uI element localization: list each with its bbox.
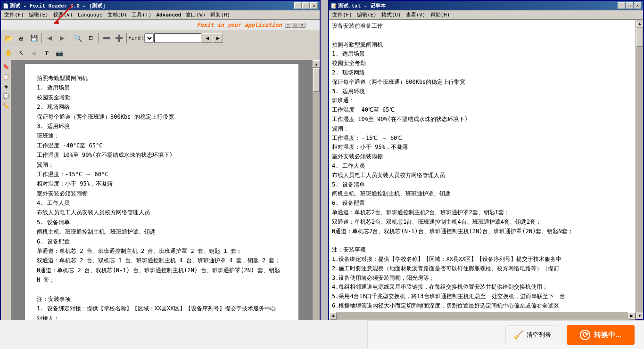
pdf-maximize-btn[interactable]: □	[302, 2, 310, 9]
notepad-hscroll-track[interactable]	[337, 312, 628, 320]
banner-close-btn[interactable]: ✕	[299, 22, 305, 28]
pdf-doc-scroll[interactable]: 拍照考勤型翼闸闸机1. 适用场景校园安全考勤2. 现场网络保证每个通道（两个班班…	[11, 60, 312, 328]
notepad-title-text: 测试.txt - 记事本	[338, 2, 386, 9]
toolbar-snapshot-btn[interactable]: 📷	[53, 48, 66, 59]
notepad-menu-format[interactable]: 格式(O)	[379, 10, 404, 19]
notepad-scroll-track[interactable]	[636, 27, 643, 312]
notepad-minimize-btn[interactable]: ─	[618, 2, 625, 9]
pdf-menu-advanced[interactable]: Advanced	[154, 11, 183, 19]
pdf-app-icon: 📄	[3, 3, 8, 8]
notepad-app-icon: 📝	[331, 3, 337, 8]
toolbar-save-btn[interactable]: 💾	[28, 32, 40, 44]
clean-label: 清空列表	[527, 331, 551, 339]
pdf-scroll-up[interactable]: ▲	[313, 60, 320, 68]
pdf-menu-edit[interactable]: 编辑(E)	[26, 10, 51, 19]
notepad-hscroll-left[interactable]: ◀	[329, 312, 337, 320]
notepad-scroll-up[interactable]: ▲	[636, 20, 643, 27]
pdf-scroll-thumb[interactable]	[313, 68, 320, 92]
find-prev-btn[interactable]: ◀	[202, 33, 212, 43]
clean-icon: 🧹	[513, 330, 524, 340]
pdf-menu-language[interactable]: Language	[75, 11, 105, 19]
pdf-title-text: 测试 - Foxit Reader 3.0 - [测试]	[10, 2, 106, 9]
toolbar-hand-btn[interactable]: ✋	[2, 48, 15, 59]
pdf-scroll-track[interactable]	[313, 68, 320, 320]
notepad-title-buttons: ─ □ ✕	[618, 2, 641, 9]
banner-close-buttons: ─ □ ✕	[285, 22, 305, 28]
find-combo[interactable]	[144, 33, 154, 43]
notepad-text-area[interactable]: 设备安装前准备工作 拍照考勤型翼闸闸机 1. 适用场景 校园安全考勤 2. 现场…	[329, 20, 636, 319]
notepad-title-left: 📝 测试.txt - 记事本	[331, 2, 386, 9]
pdf-menu-help[interactable]: 帮助(H)	[208, 10, 232, 19]
toolbar-forward-btn[interactable]: ▶	[56, 32, 68, 44]
notepad-maximize-btn[interactable]: □	[626, 2, 633, 9]
convert-btn[interactable]: ⟳ 转换中...	[567, 325, 635, 345]
foxit-banner: Foxit in your application	[197, 22, 282, 28]
notepad-close-btn[interactable]: ✕	[634, 2, 641, 9]
notepad-menu-help[interactable]: 帮助(H)	[428, 10, 453, 19]
panel-sign-btn[interactable]: ✏️	[2, 102, 10, 110]
notepad-window: 📝 测试.txt - 记事本 ─ □ ✕ 文件(F) 编辑(E) 格式(O) 查…	[328, 0, 644, 320]
pdf-title-buttons: ─ □ ✕	[294, 2, 318, 9]
toolbar-open-btn[interactable]: 📂	[2, 32, 15, 44]
pdf-left-panel: 🔖 📋 ◈ 💬 ✏️	[1, 60, 11, 328]
find-label: Find:	[128, 35, 144, 41]
panel-annot-btn[interactable]: 💬	[2, 92, 10, 100]
pdf-title-left: 📄 测试 - Foxit Reader 3.0 - [测试]	[3, 2, 106, 9]
notepad-menu-view[interactable]: 查看(V)	[404, 10, 428, 19]
notepad-title-bar: 📝 测试.txt - 记事本 ─ □ ✕	[329, 1, 643, 10]
toolbar-sep-1	[41, 33, 42, 43]
pdf-menu-bar: 文件(F) 编辑(E) 视图(V) Language 文档(D) 工具(T) A…	[1, 10, 320, 20]
pdf-content-area: 🔖 📋 ◈ 💬 ✏️ 拍照考勤型翼闸闸机1. 适用场景校园安全考勤2. 现场网络…	[1, 60, 320, 328]
notepad-hscrollbar: ◀ ▶	[329, 312, 636, 319]
toolbar-zoom-out-btn[interactable]: ➖	[100, 32, 112, 44]
pdf-minimize-btn[interactable]: ─	[294, 2, 302, 9]
pdf-title-bar: 📄 测试 - Foxit Reader 3.0 - [测试] ─ □ ✕	[1, 1, 320, 10]
toolbar-cursor-btn[interactable]: ⊹	[28, 48, 40, 59]
toolbar-sep-2	[70, 33, 70, 43]
notepad-scroll-thumb[interactable]	[636, 28, 643, 47]
banner-min-btn[interactable]: ─	[285, 22, 291, 28]
notepad-scrollbar: ▲ ▼	[636, 20, 643, 319]
pdf-window: 📄 测试 - Foxit Reader 3.0 - [测试] ─ □ ✕ 文件(…	[0, 0, 321, 339]
pdf-foxit-banner-bar: Foxit in your application ─ □ ✕	[1, 20, 320, 30]
find-next-btn[interactable]: ▶	[213, 33, 223, 43]
clean-list-btn[interactable]: 🧹 清空列表	[505, 325, 559, 344]
pdf-scrollbar: ▲ ▼	[312, 60, 320, 328]
notepad-scroll-down[interactable]: ▼	[636, 312, 643, 319]
panel-thumb-btn[interactable]: 📋	[2, 72, 10, 81]
pdf-toolbar-2: ✋ ↖ ⊹ T 📷	[1, 46, 320, 60]
pdf-menu-file[interactable]: 文件(F)	[2, 10, 26, 19]
notepad-menu-file[interactable]: 文件(F)	[330, 10, 355, 19]
notepad-content-area: 设备安装前准备工作 拍照考勤型翼闸闸机 1. 适用场景 校园安全考勤 2. 现场…	[329, 20, 643, 319]
pdf-menu-window[interactable]: 窗口(W)	[183, 10, 208, 19]
toolbar-fit-btn[interactable]: ⊡	[84, 32, 97, 44]
pdf-content: 拍照考勤型翼闸闸机1. 适用场景校园安全考勤2. 现场网络保证每个通道（两个班班…	[37, 73, 287, 328]
pdf-menu-view[interactable]: 视图(V)	[51, 10, 75, 19]
notepad-menu-bar: 文件(F) 编辑(E) 格式(O) 查看(V) 帮助(H)	[329, 10, 643, 20]
banner-max-btn[interactable]: □	[292, 22, 298, 28]
toolbar-sep-3	[98, 33, 99, 43]
thumbnail-area	[0, 320, 368, 349]
toolbar-select-btn[interactable]: ↖	[15, 48, 27, 59]
toolbar-print-btn[interactable]: 🖨	[15, 32, 27, 44]
pdf-menu-document[interactable]: 文档(D)	[105, 10, 130, 19]
toolbar-textsel-btn[interactable]: T	[41, 48, 53, 59]
toolbar-back-btn[interactable]: ◀	[43, 32, 56, 44]
notepad-menu-edit[interactable]: 编辑(E)	[355, 10, 379, 19]
convert-icon: ⟳	[580, 330, 590, 340]
pdf-toolbar-1: 📂 🖨 💾 ◀ ▶ 🔍 ⊡ ➖ ➕ Find: ◀ ▶	[1, 30, 320, 46]
toolbar-zoom-in2-btn[interactable]: ➕	[113, 32, 125, 44]
panel-bookmark-btn[interactable]: 🔖	[2, 62, 10, 71]
notepad-hscroll-right[interactable]: ▶	[628, 312, 636, 320]
bottom-bar: 🧹 清空列表 ⟳ 转换中...	[0, 320, 644, 349]
find-input[interactable]	[154, 33, 201, 43]
convert-label: 转换中...	[594, 331, 621, 340]
toolbar-sep-4	[126, 33, 127, 43]
toolbar-zoom-in-btn[interactable]: 🔍	[72, 32, 84, 44]
pdf-menu-tools[interactable]: 工具(T)	[129, 10, 154, 19]
pdf-page: 拍照考勤型翼闸闸机1. 适用场景校园安全考勤2. 现场网络保证每个通道（两个班班…	[25, 64, 298, 328]
pdf-close-btn[interactable]: ✕	[310, 2, 318, 9]
panel-layer-btn[interactable]: ◈	[2, 82, 10, 90]
